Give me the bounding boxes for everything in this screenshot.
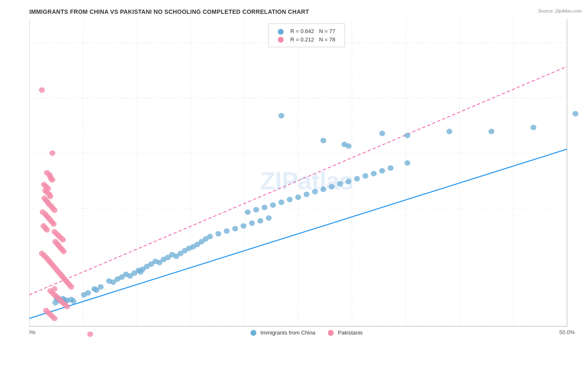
pakistan-dot xyxy=(328,330,334,336)
svg-point-78 xyxy=(312,189,318,194)
svg-point-130 xyxy=(51,221,56,227)
svg-point-97 xyxy=(279,113,284,118)
legend-pink-n: N = 78 xyxy=(317,36,338,44)
svg-point-116 xyxy=(47,194,53,199)
svg-point-177 xyxy=(51,316,57,321)
svg-point-75 xyxy=(287,197,293,202)
pakistan-label: Pakistanis xyxy=(338,330,363,336)
svg-point-86 xyxy=(379,168,385,174)
svg-point-133 xyxy=(44,227,50,232)
legend-blue-r: R = 0.642 xyxy=(288,27,317,36)
legend-blue-dot xyxy=(275,27,288,36)
svg-point-66 xyxy=(240,223,246,229)
svg-point-98 xyxy=(573,111,578,116)
svg-point-84 xyxy=(363,173,368,179)
svg-point-144 xyxy=(61,249,66,254)
svg-point-71 xyxy=(253,207,259,212)
svg-point-109 xyxy=(49,177,55,183)
svg-point-76 xyxy=(295,194,301,200)
svg-point-89 xyxy=(320,138,326,143)
svg-point-162 xyxy=(68,284,74,290)
svg-point-63 xyxy=(215,231,221,237)
legend-pink-dot xyxy=(275,36,288,44)
legend-blue-n: N = 77 xyxy=(317,27,338,36)
svg-point-79 xyxy=(320,186,326,192)
svg-point-88 xyxy=(404,160,410,166)
svg-point-81 xyxy=(337,181,343,186)
svg-point-95 xyxy=(488,129,494,134)
svg-point-68 xyxy=(257,218,263,223)
svg-point-77 xyxy=(304,192,309,197)
svg-point-83 xyxy=(354,176,360,181)
svg-point-87 xyxy=(388,165,394,171)
svg-point-104 xyxy=(49,151,55,156)
svg-point-72 xyxy=(262,204,268,210)
svg-point-64 xyxy=(224,228,230,234)
svg-point-96 xyxy=(530,125,536,130)
svg-point-62 xyxy=(207,234,213,239)
chart-area: R = 0.642 N = 77 R = 0.212 N = 78 ZIPatl… xyxy=(29,19,584,342)
svg-point-67 xyxy=(249,220,255,226)
legend-pakistan: Pakistanis xyxy=(328,330,363,336)
source-label: Source: ZipAtlas.com xyxy=(538,8,582,13)
svg-point-74 xyxy=(279,199,284,205)
svg-point-172 xyxy=(64,304,70,309)
svg-point-82 xyxy=(345,179,351,184)
svg-point-80 xyxy=(329,184,335,189)
svg-point-85 xyxy=(371,171,377,176)
legend-china: Immigrants from China xyxy=(251,330,315,336)
svg-point-103 xyxy=(39,87,45,93)
svg-point-92 xyxy=(379,130,385,136)
svg-point-93 xyxy=(404,133,410,138)
legend-box: R = 0.642 N = 77 R = 0.212 N = 78 xyxy=(268,23,345,47)
chart-container: IMMIGRANTS FROM CHINA VS PAKISTANI NO SC… xyxy=(0,0,588,373)
svg-point-91 xyxy=(345,143,351,149)
legend-pink-r: R = 0.212 xyxy=(288,36,317,44)
svg-point-94 xyxy=(447,129,453,134)
svg-line-24 xyxy=(29,66,567,295)
china-label: Immigrants from China xyxy=(261,330,315,336)
scatter-plot: 15.0% 11.2% 7.5% 3.8% 0.0% 50.0% xyxy=(29,19,584,342)
svg-point-70 xyxy=(245,209,251,215)
svg-point-69 xyxy=(266,215,272,221)
svg-point-33 xyxy=(85,290,91,296)
bottom-legend: Immigrants from China Pakistanis xyxy=(29,330,584,336)
svg-point-138 xyxy=(60,237,66,243)
svg-point-65 xyxy=(232,226,238,231)
china-dot xyxy=(251,330,256,336)
svg-point-73 xyxy=(270,202,276,208)
svg-point-36 xyxy=(98,284,104,290)
svg-point-31 xyxy=(70,298,76,304)
chart-title: IMMIGRANTS FROM CHINA VS PAKISTANI NO SC… xyxy=(29,8,584,15)
svg-point-123 xyxy=(51,207,57,213)
